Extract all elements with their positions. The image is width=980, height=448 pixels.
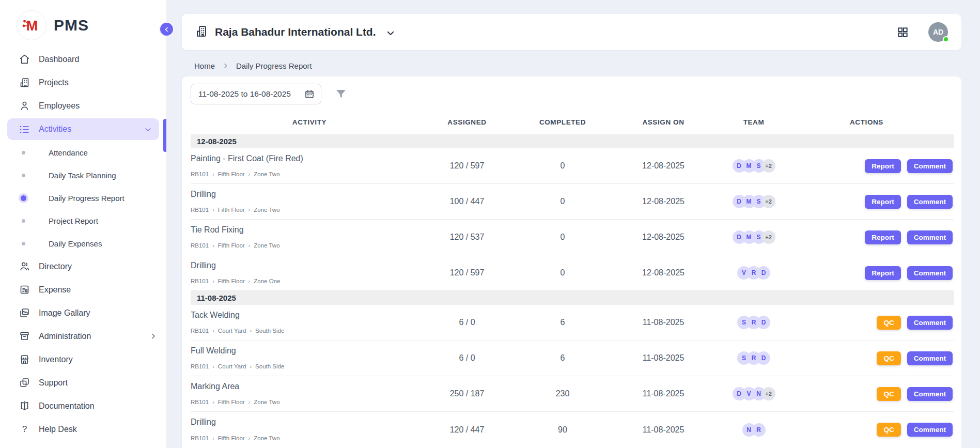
comment-button[interactable]: Comment xyxy=(907,195,953,209)
list-icon xyxy=(19,123,30,135)
sidebar-subitem-project-report[interactable]: Project Report xyxy=(0,209,166,232)
team-avatar-more[interactable]: +2 xyxy=(762,230,775,244)
team-avatar-more[interactable]: +2 xyxy=(762,195,775,208)
team-avatar-more[interactable]: +2 xyxy=(762,159,775,173)
report-button[interactable]: Report xyxy=(865,195,901,209)
breadcrumb-home-link[interactable]: Home xyxy=(194,61,215,70)
report-button[interactable]: Report xyxy=(865,266,901,280)
company-name: Raja Bahadur International Ltd. xyxy=(215,26,376,38)
bullet-dot-icon xyxy=(22,242,25,245)
path-segment: Court Yard xyxy=(218,328,246,334)
report-button[interactable]: Report xyxy=(865,230,901,244)
sidebar-collapse-button[interactable] xyxy=(159,22,174,37)
sidebar-subitem-daily-progress-report[interactable]: Daily Progress Report xyxy=(0,187,166,209)
actions-cell: ReportComment xyxy=(800,159,954,173)
sidebar-item-inventory[interactable]: Inventory xyxy=(0,348,166,371)
assigned-value: 120 / 597 xyxy=(428,161,506,171)
sidebar-item-label: Inventory xyxy=(39,355,73,364)
sidebar-item-image-gallary[interactable]: Image Gallary xyxy=(0,301,166,325)
chevron-left-icon xyxy=(164,26,170,33)
comment-button[interactable]: Comment xyxy=(907,351,953,365)
table-row: DrillingRB101›Fifth Floor›Zone Two100 / … xyxy=(191,184,954,220)
activity-title: Tack Welding xyxy=(191,311,428,320)
comment-button[interactable]: Comment xyxy=(907,266,953,280)
qc-button[interactable]: QC xyxy=(877,351,900,365)
pms-logo-icon: M xyxy=(17,10,46,40)
assign-on-value: 12-08-2025 xyxy=(619,197,707,206)
sidebar-item-directory[interactable]: Directory xyxy=(0,255,166,278)
sidebar-item-activities[interactable]: Activities xyxy=(7,118,159,140)
team-cell: DVN+2 xyxy=(707,387,800,400)
chevron-right-icon xyxy=(222,63,229,69)
table-row: Full WeldingRB101›Court Yard›South Side6… xyxy=(191,341,954,376)
company-building-icon xyxy=(195,25,208,40)
table-row: Tack WeldingRB101›Court Yard›South Side6… xyxy=(191,305,954,341)
sidebar-item-expense[interactable]: Expense xyxy=(0,278,166,301)
qc-button[interactable]: QC xyxy=(877,423,900,437)
column-header-completed: COMPLETED xyxy=(506,118,619,126)
apps-grid-icon[interactable] xyxy=(897,26,909,38)
completed-value: 90 xyxy=(506,425,619,435)
active-section-indicator xyxy=(163,119,166,152)
sidebar-subitem-attendance[interactable]: Attendance xyxy=(0,141,166,164)
sidebar-item-label: Activities xyxy=(39,125,71,134)
assigned-value: 100 / 447 xyxy=(428,197,506,206)
sidebar-item-support[interactable]: Support xyxy=(0,371,166,394)
table-row: Marking AreaRB101›Fifth Floor›Zone Two25… xyxy=(191,376,954,412)
path-segment: Fifth Floor xyxy=(218,171,245,177)
comment-button[interactable]: Comment xyxy=(907,316,953,330)
image-icon xyxy=(19,307,30,319)
user-avatar[interactable]: AD xyxy=(928,22,948,42)
chevron-right-icon xyxy=(149,332,157,340)
filter-funnel-icon[interactable] xyxy=(335,88,347,100)
path-segment: RB101 xyxy=(191,278,209,284)
activity-title: Drilling xyxy=(191,418,428,427)
main-area: Raja Bahadur International Ltd. AD Home xyxy=(167,0,980,448)
sidebar-item-label: Support xyxy=(39,378,68,388)
sidebar-item-documentation[interactable]: Documentation xyxy=(0,394,166,418)
store-icon xyxy=(19,354,30,365)
chevron-right-icon: › xyxy=(212,399,214,405)
sidebar-item-dashboard[interactable]: Dashboard xyxy=(0,48,166,71)
sidebar-item-help-desk[interactable]: ?Help Desk xyxy=(0,418,166,441)
archive-icon xyxy=(19,331,30,342)
date-range-input[interactable]: 11-08-2025 to 16-08-2025 xyxy=(191,84,321,104)
path-segment: RB101 xyxy=(191,363,209,369)
sidebar-subitem-daily-task-planning[interactable]: Daily Task Planning xyxy=(0,164,166,187)
chevron-down-icon xyxy=(386,28,395,38)
progress-report-table: ACTIVITYASSIGNEDCOMPLETEDASSIGN ONTEAMAC… xyxy=(191,115,954,447)
chevron-right-icon: › xyxy=(250,328,252,334)
comment-button[interactable]: Comment xyxy=(907,423,953,437)
person-icon xyxy=(19,100,30,112)
team-avatar[interactable]: R xyxy=(752,423,766,437)
sidebar-item-projects[interactable]: Projects xyxy=(0,71,166,94)
sidebar-item-administration[interactable]: Administration xyxy=(0,325,166,348)
team-avatar-more[interactable]: +2 xyxy=(762,387,775,400)
activity-location-path: RB101›Fifth Floor›Zone One xyxy=(191,278,428,284)
activity-location-path: RB101›Fifth Floor›Zone Two xyxy=(191,242,428,249)
brand: M PMS xyxy=(0,0,166,40)
company-selector[interactable]: Raja Bahadur International Ltd. xyxy=(195,25,395,40)
table-row: Tie Rod FixingRB101›Fifth Floor›Zone Two… xyxy=(191,220,954,255)
team-avatar[interactable]: D xyxy=(757,266,770,280)
path-segment: South Side xyxy=(255,363,284,369)
comment-button[interactable]: Comment xyxy=(907,230,953,244)
comment-button[interactable]: Comment xyxy=(907,387,953,401)
sidebar-item-employees[interactable]: Employees xyxy=(0,94,166,117)
svg-text:?: ? xyxy=(22,424,26,434)
qc-button[interactable]: QC xyxy=(877,387,900,401)
assigned-value: 250 / 187 xyxy=(428,389,506,398)
sidebar-subitem-daily-expenses[interactable]: Daily Expenses xyxy=(0,232,166,255)
team-avatar[interactable]: D xyxy=(757,351,770,365)
report-button[interactable]: Report xyxy=(865,159,901,173)
completed-value: 6 xyxy=(506,353,619,363)
activity-title: Marking Area xyxy=(191,382,428,391)
completed-value: 230 xyxy=(506,389,619,398)
activity-title: Painting - First Coat (Fire Red) xyxy=(191,154,428,163)
comment-button[interactable]: Comment xyxy=(907,159,953,173)
chevron-right-icon: › xyxy=(212,328,214,334)
team-avatar[interactable]: D xyxy=(757,316,770,329)
book-icon xyxy=(19,400,30,412)
table-row: DrillingRB101›Fifth Floor›Zone One120 / … xyxy=(191,255,954,291)
qc-button[interactable]: QC xyxy=(877,316,900,330)
